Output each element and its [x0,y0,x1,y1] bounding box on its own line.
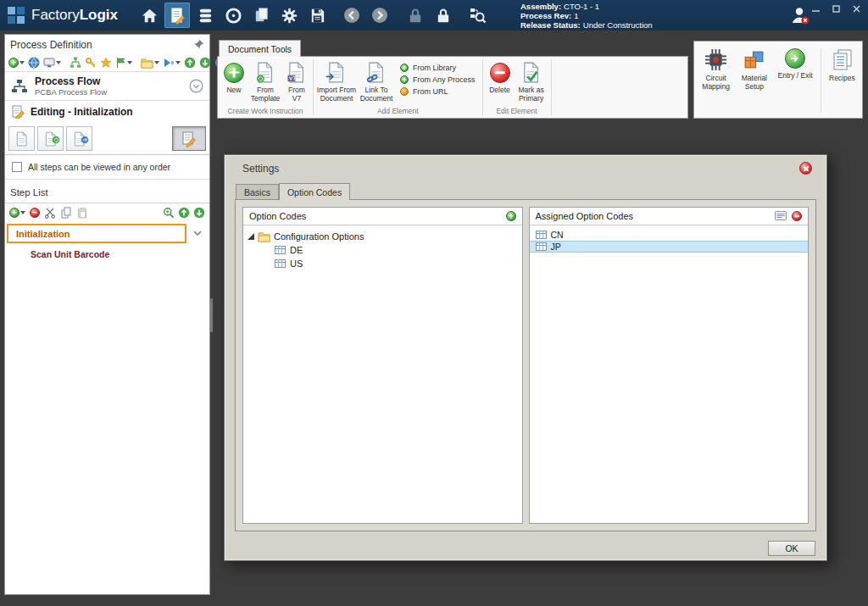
flow-tree-icon[interactable] [70,57,81,69]
lock-button[interactable] [430,3,455,28]
process-flow-header[interactable]: Process Flow PCBA Process Flow [5,72,209,101]
minimize-button[interactable] [810,3,821,14]
step-item-initialization[interactable]: Initialization [7,224,186,243]
paste-button[interactable] [76,207,88,219]
option-codes-panel-title: Option Codes [249,211,306,221]
release-status-value: Under Construction [583,20,653,30]
process-flow-toolbar [5,54,209,72]
from-any-process-button[interactable]: From Any Process [400,75,476,84]
refresh-down-icon[interactable] [199,57,211,69]
star-icon[interactable] [100,57,112,69]
editing-header: Editing - Initialization [5,101,209,123]
group-create-work-instruction: New From Template From V7 Create Work In… [218,57,313,118]
device-icon[interactable] [43,57,61,69]
edit-option-code-button[interactable] [775,211,787,222]
panel-splitter[interactable] [210,298,213,332]
import-from-document-button[interactable]: Import From Document [316,58,357,103]
document-template-button[interactable] [37,126,64,151]
folder-icon[interactable] [141,57,159,69]
home-button[interactable] [136,3,162,28]
refresh-up-icon[interactable] [184,57,196,69]
tree-item-configuration-options[interactable]: Configuration Options [243,229,522,243]
add-step-button[interactable] [9,208,25,218]
app-title: FactoryLogix [31,7,118,24]
close-window-button[interactable] [851,3,861,14]
order-checkbox[interactable] [12,162,22,172]
library-icon [400,64,409,72]
move-step-up-button[interactable] [178,207,190,219]
assigned-item-cn[interactable]: CN [530,229,809,241]
back-button[interactable] [339,3,364,28]
primary-check-icon [520,61,542,84]
key-icon[interactable] [85,57,97,69]
pin-icon[interactable] [193,39,204,50]
export-flow-icon[interactable] [163,57,181,69]
titlebar: FactoryLogix [0,0,868,31]
assigned-item-jp[interactable]: JP [530,241,809,253]
remove-option-code-button[interactable] [792,211,802,221]
process-rev-value: 1 [574,11,578,20]
tree-item-label: DE [290,245,303,255]
ok-button[interactable]: OK [768,541,815,556]
entry-exit-button[interactable]: Entry / Exit [773,47,818,81]
tab-basics[interactable]: Basics [236,184,279,199]
tab-option-codes[interactable]: Option Codes [279,183,350,200]
from-url-button[interactable]: From URL [400,87,476,96]
assembly-row: Assembly:CTO-1 - 1 [520,2,653,11]
delete-button[interactable]: Delete [486,58,515,95]
tree-expander-icon[interactable] [248,233,254,240]
documents-button[interactable] [248,3,274,28]
tree-item-de[interactable]: DE [243,243,522,257]
step-item-scan-unit-barcode[interactable]: Scan Unit Barcode [31,249,209,259]
from-template-button[interactable]: From Template [248,58,283,103]
recipes-button[interactable]: Recipes [824,47,860,83]
group-label: Add Element [316,107,480,118]
move-step-down-button[interactable] [193,207,205,219]
add-option-code-button[interactable] [506,211,516,221]
assembly-label: Assembly: [520,2,561,11]
globe-icon[interactable] [28,57,40,69]
zoom-step-button[interactable] [163,207,175,219]
process-flow-title: Process Flow [35,75,107,87]
link-to-document-button[interactable]: Link To Document [357,58,396,103]
flag-icon[interactable] [115,57,132,69]
recipes-icon [831,48,854,71]
settings-gear-button[interactable] [276,3,302,28]
disc-button[interactable] [220,3,246,28]
tree-item-us[interactable]: US [243,257,522,270]
maximize-button[interactable] [831,3,841,14]
tab-document-tools[interactable]: Document Tools [219,40,301,57]
audit-search-button[interactable] [465,3,490,28]
edit-work-instruction-toggle[interactable] [172,126,206,151]
unlock-button[interactable] [402,3,427,28]
document-tools-ribbon: New From Template From V7 Create Work In… [217,56,688,119]
delete-icon [490,61,510,84]
circuit-mapping-button[interactable]: Circuit Mapping [696,47,736,91]
document-view-button[interactable] [8,126,35,151]
copy-button[interactable] [60,207,72,219]
material-setup-button[interactable]: Material Setup [736,47,772,91]
circuit-chip-icon [704,48,727,71]
forward-button[interactable] [367,3,392,28]
document-link-button[interactable] [66,126,92,151]
chevron-down-icon[interactable] [193,231,202,236]
window-controls [810,3,861,14]
dialog-close-button[interactable] [799,162,812,175]
from-library-button[interactable]: From Library [400,64,476,72]
save-button[interactable] [304,3,330,28]
process-flow-subtitle: PCBA Process Flow [35,87,107,97]
production-button[interactable] [192,3,218,28]
new-button[interactable]: New [220,58,248,95]
link-badge-icon [81,132,89,147]
user-logout-button[interactable] [790,5,810,29]
process-definition-panel: Process Definition [4,34,210,595]
from-v7-button[interactable]: From V7 [283,58,310,103]
collapse-chevron-icon[interactable] [189,79,203,93]
remove-step-button[interactable] [30,208,40,218]
cut-button[interactable] [44,207,56,219]
group-edit-element: Delete Mark as Primary Edit Element [483,57,551,118]
add-process-button[interactable] [8,58,25,68]
assigned-option-codes-panel: Assigned Option Codes CN [529,207,810,524]
mark-as-primary-button[interactable]: Mark as Primary [515,58,548,103]
process-definition-button[interactable] [164,3,190,28]
